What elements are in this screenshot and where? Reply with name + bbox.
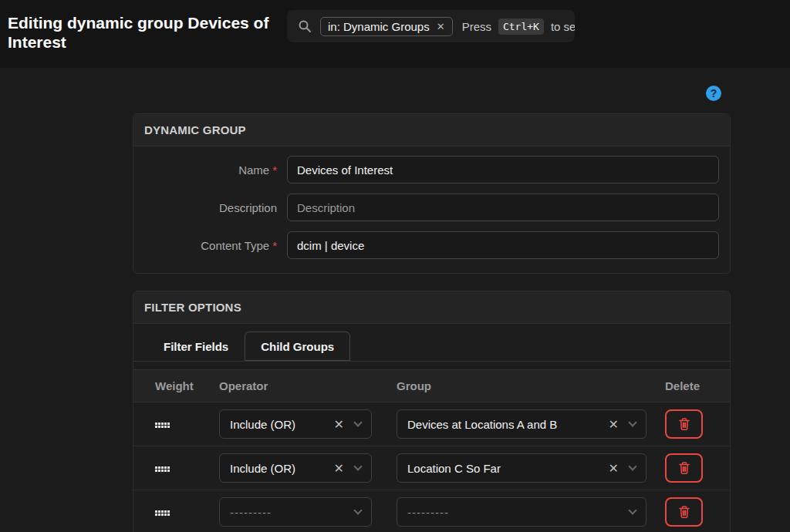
child-group-row: Include (OR) ✕ Location C So Far ✕ [133, 446, 730, 490]
operator-value: Include (OR) [230, 418, 334, 431]
group-select[interactable]: --------- [397, 497, 647, 527]
drag-handle-icon[interactable] [155, 510, 170, 516]
child-group-row: Include (OR) ✕ Devices at Locations A an… [133, 402, 730, 446]
operator-select[interactable]: Include (OR) ✕ [219, 409, 372, 439]
drag-handle-icon[interactable] [155, 466, 170, 472]
group-value: Devices at Locations A and B [407, 418, 609, 431]
column-header-weight: Weight [155, 379, 219, 392]
page-title: Editing dynamic group Devices of Interes… [8, 13, 287, 52]
delete-row-button[interactable] [665, 453, 703, 483]
help-icon[interactable]: ? [706, 86, 721, 101]
content-type-input[interactable] [287, 231, 719, 259]
group-select[interactable]: Location C So Far ✕ [397, 453, 647, 483]
column-header-group: Group [397, 379, 665, 392]
global-search-input[interactable]: in: Dynamic Groups ✕ Press Ctrl+K to se [287, 10, 575, 42]
trash-icon [678, 417, 690, 431]
tab-filter-fields[interactable]: Filter Fields [147, 332, 245, 361]
chevron-down-icon[interactable] [353, 418, 362, 426]
column-header-delete: Delete [665, 379, 708, 392]
delete-row-button[interactable] [665, 409, 703, 439]
name-label-text: Name [238, 163, 269, 177]
clear-selection-icon[interactable]: ✕ [609, 417, 619, 432]
search-kbd-shortcut: Ctrl+K [498, 19, 544, 35]
name-field-row: Name* [133, 156, 730, 184]
name-input[interactable] [287, 156, 719, 184]
trash-icon [678, 505, 690, 519]
search-filter-chip[interactable]: in: Dynamic Groups ✕ [320, 17, 453, 36]
chevron-down-icon[interactable] [628, 462, 636, 470]
search-icon [298, 19, 312, 33]
clear-selection-icon[interactable]: ✕ [334, 461, 344, 476]
chip-remove-icon[interactable]: ✕ [437, 21, 445, 32]
search-hint-press: Press [462, 20, 491, 33]
trash-icon [678, 461, 690, 475]
content-type-field-row: Content Type* [133, 231, 730, 259]
operator-select[interactable]: Include (OR) ✕ [219, 453, 372, 483]
chevron-down-icon[interactable] [628, 418, 636, 426]
column-header-operator: Operator [219, 379, 397, 392]
content-type-label-text: Content Type [201, 239, 269, 252]
dynamic-group-panel: DYNAMIC GROUP Name* Description Content … [133, 113, 731, 274]
chevron-down-icon[interactable] [353, 506, 362, 514]
description-label-text: Description [219, 201, 277, 214]
delete-row-button[interactable] [665, 497, 703, 527]
child-group-row: --------- --------- [133, 490, 730, 532]
operator-placeholder: --------- [230, 506, 355, 519]
content-type-label: Content Type* [133, 239, 277, 252]
group-select[interactable]: Devices at Locations A and B ✕ [397, 409, 647, 439]
required-asterisk: * [272, 163, 277, 177]
required-asterisk: * [272, 239, 277, 252]
tab-child-groups[interactable]: Child Groups [245, 332, 350, 361]
child-groups-table-header: Weight Operator Group Delete [133, 369, 730, 402]
clear-selection-icon[interactable]: ✕ [609, 461, 619, 476]
main-content: ? DYNAMIC GROUP Name* Description Conten… [0, 68, 790, 532]
description-input[interactable] [287, 194, 719, 221]
chevron-down-icon[interactable] [353, 462, 362, 470]
operator-select[interactable]: --------- [219, 497, 372, 527]
drag-handle-icon[interactable] [155, 423, 170, 428]
description-field-row: Description [133, 194, 730, 221]
group-placeholder: --------- [407, 506, 630, 519]
description-label: Description [133, 201, 277, 214]
chevron-down-icon[interactable] [628, 506, 636, 514]
filter-options-panel: FILTER OPTIONS Filter Fields Child Group… [133, 291, 731, 532]
dynamic-group-panel-title: DYNAMIC GROUP [133, 114, 730, 146]
group-value: Location C So Far [407, 462, 609, 475]
clear-selection-icon[interactable]: ✕ [334, 417, 344, 432]
search-filter-chip-label: in: Dynamic Groups [328, 20, 430, 33]
operator-value: Include (OR) [230, 462, 334, 475]
search-hint-suffix: to se [551, 20, 575, 33]
filter-options-panel-title: FILTER OPTIONS [133, 291, 730, 324]
top-header: Editing dynamic group Devices of Interes… [0, 0, 790, 68]
name-label: Name* [133, 163, 277, 177]
filter-tabs: Filter Fields Child Groups [133, 332, 730, 362]
